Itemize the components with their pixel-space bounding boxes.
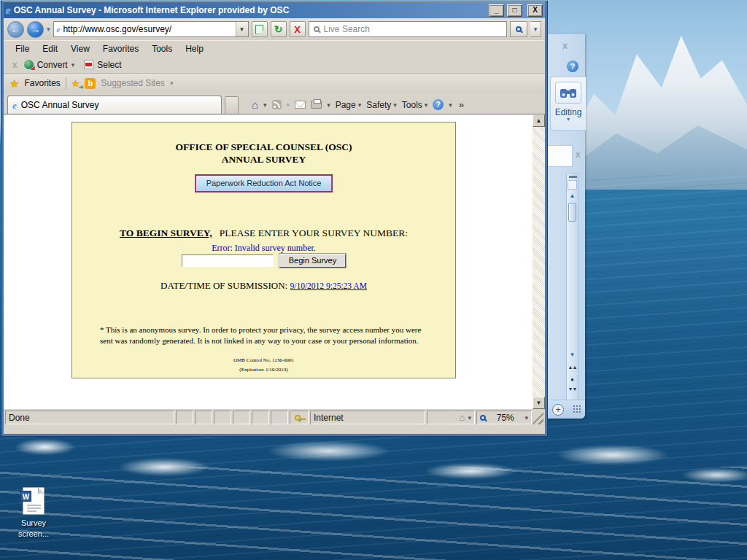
wallpaper-wave-streaks	[0, 467, 747, 560]
convert-button[interactable]: Convert	[37, 60, 68, 70]
paperwork-reduction-act-button[interactable]: Paperwork Reduction Act Notice	[195, 174, 333, 192]
help-icon[interactable]: ?	[433, 99, 444, 110]
zoom-control[interactable]: 75% ▾	[476, 411, 532, 424]
read-mail-icon[interactable]	[295, 101, 306, 109]
tab-ie-icon: e	[12, 101, 17, 110]
tools-menu-button[interactable]: Tools▾	[402, 100, 428, 110]
word-help-icon[interactable]: ?	[567, 61, 578, 72]
suggested-sites-icon: b	[85, 78, 96, 89]
status-bar: Done ✓ Internet ⌂ ▾ 75% ▾	[4, 409, 545, 425]
menu-help[interactable]: Help	[179, 42, 209, 55]
home-icon[interactable]: ⌂	[252, 99, 258, 110]
favorites-button[interactable]: Favorites	[24, 78, 60, 88]
back-button[interactable]: ←	[7, 21, 24, 38]
menu-edit[interactable]: Edit	[36, 42, 63, 55]
next-page-icon[interactable]: ▼▼	[567, 386, 578, 392]
tab-osc-annual-survey[interactable]: e OSC Annual Survey	[7, 96, 222, 114]
search-input[interactable]: Live Search	[309, 21, 507, 37]
zoom-caret-icon: ▾	[525, 414, 528, 421]
url-text[interactable]: http://www.osc.gov/esurvey/	[63, 24, 232, 34]
forward-button[interactable]: →	[27, 21, 44, 38]
separator	[66, 77, 66, 90]
home-caret-icon[interactable]: ▾	[263, 101, 267, 109]
ie-window: e OSC Annual Survey - Microsoft Internet…	[1, 1, 547, 436]
search-options-caret-icon[interactable]: ▾	[530, 21, 541, 37]
ribbon-editing-group: Editing ▾	[550, 77, 586, 131]
zoom-in-icon[interactable]: +	[552, 404, 564, 416]
survey-number-input[interactable]	[182, 254, 274, 267]
search-button[interactable]	[510, 21, 527, 37]
menu-favorites[interactable]: Favorites	[97, 42, 144, 55]
maximize-button[interactable]: □	[507, 4, 522, 17]
page-menu-button[interactable]: Page▾	[336, 100, 362, 110]
ruler-toggle-button[interactable]	[568, 180, 577, 190]
previous-page-icon[interactable]: ▲▲	[567, 365, 578, 370]
binoculars-icon	[560, 87, 577, 98]
status-segment	[252, 411, 269, 424]
title-bar[interactable]: e OSC Annual Survey - Microsoft Internet…	[4, 2, 545, 18]
menu-file[interactable]: File	[9, 42, 35, 55]
tab-bar: e OSC Annual Survey ⌂ ▾ ▾ ▾ Page▾ Safety…	[4, 93, 545, 114]
select-browse-object-icon[interactable]: ●	[567, 376, 578, 383]
refresh-button[interactable]: ↻	[271, 21, 287, 37]
find-button[interactable]	[555, 82, 581, 104]
word-resize-grip[interactable]	[573, 405, 581, 413]
new-tab-button[interactable]	[225, 96, 239, 114]
begin-survey-button[interactable]: Begin Survey	[279, 254, 346, 268]
word-document-edge	[548, 145, 573, 167]
word-close-icon[interactable]: x	[562, 40, 568, 51]
document-close-icon[interactable]: x	[576, 149, 581, 160]
desktop-icon-survey-doc[interactable]: W Survey screen...	[6, 487, 61, 540]
toolbar-overflow-icon[interactable]: »	[459, 99, 464, 110]
protected-mode-icon: ⌂	[460, 412, 465, 423]
address-field[interactable]: e http://www.osc.gov/esurvey/ ▾	[53, 21, 249, 37]
recent-pages-caret-icon[interactable]: ▾	[47, 26, 50, 33]
split-handle[interactable]	[569, 176, 577, 178]
stop-button[interactable]: X	[290, 21, 306, 37]
compatibility-view-button[interactable]	[252, 21, 268, 37]
status-segment	[271, 411, 288, 424]
zoom-level: 75%	[497, 413, 514, 423]
broken-page-icon	[255, 25, 263, 34]
print-caret-icon[interactable]: ▾	[327, 101, 330, 109]
window-title: OSC Annual Survey - Microsoft Internet E…	[14, 5, 486, 15]
page-fold	[38, 487, 44, 494]
convert-caret-icon[interactable]: ▾	[71, 61, 75, 69]
scroll-up-icon[interactable]: ▲	[567, 192, 578, 199]
status-segment	[233, 411, 250, 424]
editing-group-caret-icon[interactable]: ▾	[551, 117, 586, 122]
error-message: Error: Invalid survey number.	[72, 243, 455, 254]
word-window-sliver[interactable]: x ? Editing ▾ x ▲ ▼ ▲▲ ● ▼▼ +	[547, 34, 585, 419]
menu-view[interactable]: View	[65, 42, 96, 55]
select-icon	[84, 60, 93, 69]
safety-menu-button[interactable]: Safety▾	[366, 100, 397, 110]
close-button[interactable]: X	[527, 4, 543, 17]
select-button[interactable]: Select	[97, 60, 121, 70]
suggested-sites-button[interactable]: Suggested Sites	[101, 78, 164, 88]
scroll-down-button[interactable]: ▼	[533, 397, 545, 409]
desktop-icon-label: Survey screen...	[6, 518, 61, 540]
address-dropdown-icon[interactable]: ▾	[236, 22, 248, 36]
page-vertical-scrollbar[interactable]: ▲ ▼	[533, 114, 545, 409]
help-caret-icon: ▾	[449, 101, 452, 109]
submission-datetime: DATE/TIME OF SUBMISSION: 9/10/2012 9:25:…	[72, 280, 455, 292]
submission-datetime-link[interactable]: 9/10/2012 9:25:23 AM	[290, 281, 366, 290]
feeds-icon[interactable]	[272, 100, 282, 109]
survey-title: OFFICE OF SPECIAL COUNSEL (OSC) ANNUAL S…	[72, 141, 455, 166]
menu-tools[interactable]: Tools	[146, 42, 178, 55]
protected-mode-segment[interactable]: ⌂ ▾	[427, 411, 475, 424]
refresh-icon: ↻	[274, 24, 283, 34]
minimize-button[interactable]: _	[489, 4, 504, 17]
word-vertical-scrollbar[interactable]: ▲ ▼ ▲▲ ● ▼▼	[566, 173, 578, 400]
page-ie-icon: e	[57, 26, 61, 34]
print-icon[interactable]	[311, 101, 322, 109]
feeds-caret-icon: ▾	[287, 101, 290, 109]
scroll-up-button[interactable]: ▲	[533, 114, 545, 127]
survey-number-row: Begin Survey	[72, 253, 455, 268]
scrollbar-thumb[interactable]	[568, 203, 576, 222]
add-to-favorites-bar-icon[interactable]: ★	[71, 79, 80, 88]
window-resize-grip[interactable]	[533, 411, 543, 424]
scroll-down-icon[interactable]: ▼	[567, 351, 578, 358]
suggested-sites-caret-icon[interactable]: ▾	[170, 79, 174, 87]
word-status-corner: +	[548, 400, 585, 419]
